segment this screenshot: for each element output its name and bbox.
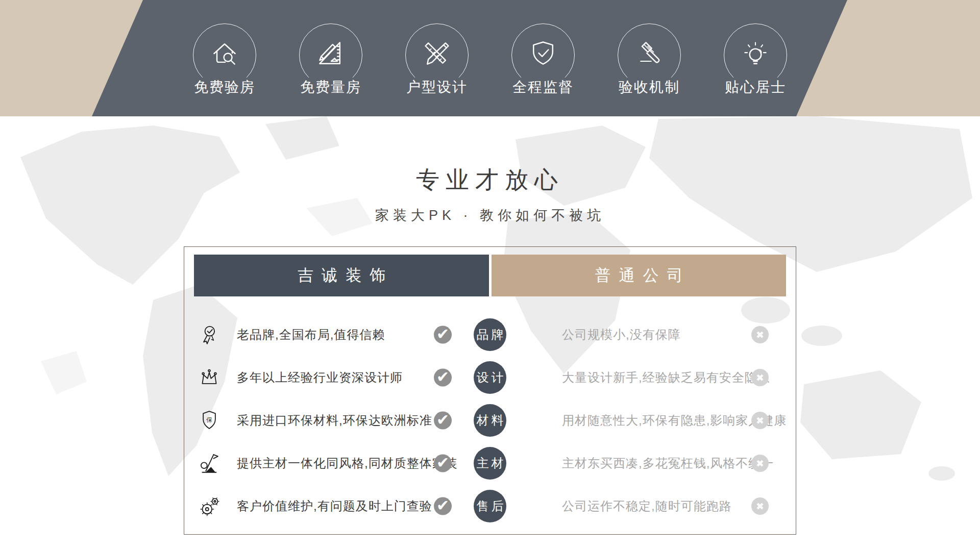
row-left-text: 提供主材一体化同风格,同材质整体家装: [237, 455, 458, 471]
category-badge: 材料: [474, 404, 506, 437]
banner-item-label: 户型设计: [404, 78, 470, 97]
banner-item-acceptance[interactable]: 验收机制: [618, 0, 681, 116]
banner-items: 免费验房 免费量房: [0, 0, 980, 116]
banner-item-design[interactable]: 户型设计: [405, 0, 469, 116]
header-jicheng: 吉诚装饰: [194, 255, 489, 296]
pencil-ruler-icon: [422, 38, 452, 69]
comparison-row-main-material: 提供主材一体化同风格,同材质整体家装 ✔ 主材 主材东买西凑,多花冤枉钱,风格不…: [184, 442, 797, 485]
row-right-text: 公司运作不稳定,随时可能跑路: [562, 498, 732, 514]
row-left-text: 老品牌,全国布局,值得信赖: [237, 327, 385, 343]
banner-item-label: 贴心居士: [722, 78, 789, 97]
gavel-icon: [634, 38, 665, 69]
row-left-text: 多年以上经验行业资深设计师: [237, 369, 403, 386]
banner-item-label: 免费验房: [191, 78, 258, 97]
shield-bao-icon: 保: [198, 409, 220, 432]
category-badge: 设计: [474, 361, 506, 394]
section-subtitle: 家装大PK · 教你如何不被坑: [0, 206, 980, 224]
crown-icon: [198, 366, 220, 389]
page: 免费验房 免费量房: [0, 0, 980, 550]
check-icon: ✔: [434, 326, 452, 344]
measure-ruler-icon: [315, 38, 346, 69]
banner-item-supervise[interactable]: 全程监督: [511, 0, 575, 116]
medal-icon: [198, 323, 220, 346]
house-inspect-icon: [209, 38, 240, 69]
cross-icon: ✖: [751, 455, 769, 472]
check-icon: ✔: [434, 412, 452, 430]
comparison-row-aftersale: 客户价值维护,有问题及时上门查验 ✔ 售后 公司运作不稳定,随时可能跑路 ✖: [184, 485, 797, 528]
cross-icon: ✖: [751, 326, 769, 343]
comparison-row-material: 保 采用进口环保材料,环保达欧洲标准 ✔ 材料 用材随意性大,环保有隐患,影响家…: [184, 399, 797, 442]
lightbulb-icon: [740, 38, 771, 69]
gear-icon: [198, 495, 220, 517]
category-badge: 主材: [474, 447, 506, 480]
shield-check-icon: [528, 38, 558, 69]
comparison-rows: 老品牌,全国布局,值得信赖 ✔ 品牌 公司规模小,没有保障 ✖ 多年以上经验行业…: [184, 313, 797, 528]
comparison-row-brand: 老品牌,全国布局,值得信赖 ✔ 品牌 公司规模小,没有保障 ✖: [184, 313, 797, 356]
cross-icon: ✖: [751, 412, 769, 429]
bao-character: 保: [206, 416, 212, 423]
cross-icon: ✖: [751, 497, 769, 515]
check-icon: ✔: [434, 455, 452, 472]
row-right-text: 大量设计新手,经验缺乏易有安全隐患: [562, 369, 770, 386]
comparison-row-design: 多年以上经验行业资深设计师 ✔ 设计 大量设计新手,经验缺乏易有安全隐患 ✖: [184, 356, 797, 399]
row-right-text: 主材东买西凑,多花冤枉钱,风格不统一: [562, 455, 774, 471]
banner-item-house-inspect[interactable]: 免费验房: [193, 0, 256, 116]
category-badge: 售后: [474, 490, 506, 522]
banner-item-label: 全程监督: [510, 78, 576, 97]
check-icon: ✔: [434, 369, 452, 387]
row-left-text: 客户价值维护,有问题及时上门查验: [237, 498, 432, 514]
cross-icon: ✖: [751, 369, 769, 386]
banner-item-care[interactable]: 贴心居士: [724, 0, 787, 116]
header-ordinary: 普通公司: [492, 255, 786, 296]
comparison-panel: 吉诚装饰 普通公司 老品牌,全国布局,值得信赖 ✔ 品牌 公司规模小,没有保障: [184, 246, 796, 535]
services-banner: 免费验房 免费量房: [0, 0, 980, 116]
check-icon: ✔: [434, 497, 452, 515]
compass-icon: [198, 452, 220, 474]
category-badge: 品牌: [474, 318, 506, 351]
row-left-text: 采用进口环保材料,环保达欧洲标准: [237, 412, 432, 429]
comparison-header: 吉诚装饰 普通公司: [194, 255, 786, 296]
banner-item-measure[interactable]: 免费量房: [299, 0, 362, 116]
row-right-text: 公司规模小,没有保障: [562, 327, 681, 343]
banner-item-label: 验收机制: [616, 78, 682, 97]
banner-item-label: 免费量房: [298, 78, 364, 97]
section-title: 专业才放心: [0, 164, 980, 196]
